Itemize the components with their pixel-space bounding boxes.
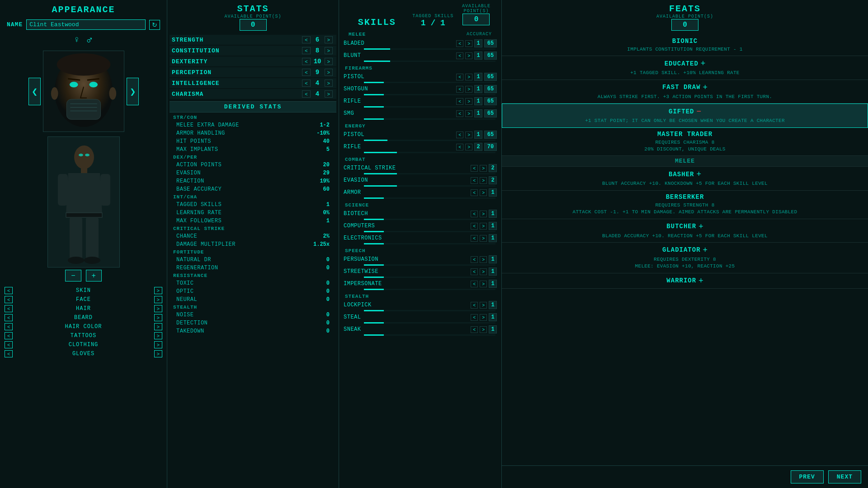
rifle-decrease-button[interactable]: < (456, 98, 463, 105)
perception-decrease-button[interactable]: < (302, 69, 310, 76)
next-button[interactable]: NEXT (828, 470, 861, 483)
steal-increase-button[interactable]: > (480, 314, 487, 321)
constitution-decrease-button[interactable]: < (302, 47, 310, 54)
persuasion-increase-button[interactable]: > (480, 256, 487, 263)
basher-add-button[interactable]: + (696, 169, 701, 179)
feat-gifted[interactable]: GIFTED − +1 STAT POINT; IT CAN ONLY BE C… (502, 103, 868, 127)
perception-increase-button[interactable]: > (325, 69, 333, 76)
strength-increase-button[interactable]: > (325, 36, 333, 43)
biotech-decrease-button[interactable]: < (471, 211, 478, 217)
face-next-button[interactable]: > (154, 296, 162, 303)
hair-next-button[interactable]: > (154, 305, 162, 312)
constitution-increase-button[interactable]: > (325, 47, 333, 54)
strength-decrease-button[interactable]: < (302, 36, 310, 43)
streetwise-decrease-button[interactable]: < (471, 268, 478, 275)
feat-butcher[interactable]: BUTCHER + BLADED ACCURACY +10. REACTION … (502, 219, 868, 243)
dexterity-decrease-button[interactable]: < (302, 58, 310, 65)
armor-decrease-button[interactable]: < (471, 189, 478, 196)
beard-prev-button[interactable]: < (5, 314, 13, 321)
refresh-button[interactable]: ↻ (149, 20, 160, 30)
biotech-increase-button[interactable]: > (480, 211, 487, 217)
haircolor-next-button[interactable]: > (154, 323, 162, 330)
toxic-value: 0 (307, 280, 330, 286)
feat-fast-draw[interactable]: FAST DRAW + ALWAYS STRIKE FIRST. +3 ACTI… (502, 80, 868, 103)
computers-increase-button[interactable]: > (480, 223, 487, 230)
feat-section-melee: MELEE (502, 156, 868, 167)
feat-gladiator[interactable]: GLADIATOR + REQUIRES DEXTERITY 8MELEE: E… (502, 243, 868, 273)
evasion-decrease-button[interactable]: < (471, 177, 478, 184)
warrior-add-button[interactable]: + (698, 276, 703, 286)
butcher-add-button[interactable]: + (698, 222, 703, 231)
intelligence-increase-button[interactable]: > (325, 80, 333, 87)
body-minus-button[interactable]: − (65, 270, 81, 282)
impersonate-increase-button[interactable]: > (480, 281, 487, 287)
fast-draw-add-button[interactable]: + (703, 83, 708, 92)
male-gender-icon[interactable]: ♂ (86, 34, 93, 46)
feat-warrior[interactable]: WARRIOR + (502, 273, 868, 289)
portrait-next-button[interactable]: ❯ (127, 78, 139, 105)
evasion-increase-button[interactable]: > (480, 177, 487, 184)
lockpick-decrease-button[interactable]: < (471, 302, 478, 309)
clothing-prev-button[interactable]: < (5, 341, 13, 348)
critical-strike-decrease-button[interactable]: < (471, 165, 478, 172)
name-input[interactable] (26, 19, 146, 30)
computers-decrease-button[interactable]: < (471, 223, 478, 230)
feat-basher-desc: BLUNT ACCURACY +10. KNOCKDOWN +5 FOR EAC… (509, 180, 861, 187)
intelligence-decrease-button[interactable]: < (302, 80, 310, 87)
smg-decrease-button[interactable]: < (456, 110, 463, 117)
shotgun-increase-button[interactable]: > (465, 86, 472, 93)
skin-next-button[interactable]: > (154, 287, 162, 294)
energy-rifle-decrease-button[interactable]: < (456, 144, 463, 150)
armor-increase-button[interactable]: > (480, 189, 487, 196)
streetwise-increase-button[interactable]: > (480, 268, 487, 275)
lockpick-increase-button[interactable]: > (480, 302, 487, 309)
steal-decrease-button[interactable]: < (471, 314, 478, 321)
portrait-prev-button[interactable]: ❮ (28, 78, 41, 105)
tattoos-prev-button[interactable]: < (5, 332, 13, 339)
bladed-increase-button[interactable]: > (465, 40, 472, 47)
sneak-increase-button[interactable]: > (480, 326, 487, 333)
sneak-decrease-button[interactable]: < (471, 326, 478, 333)
rifle-increase-button[interactable]: > (465, 98, 472, 105)
electronics-increase-button[interactable]: > (480, 235, 487, 242)
charisma-decrease-button[interactable]: < (302, 90, 310, 98)
charisma-increase-button[interactable]: > (325, 90, 333, 98)
lockpick-label: LOCKPICK (344, 302, 469, 308)
impersonate-decrease-button[interactable]: < (471, 281, 478, 287)
gloves-next-button[interactable]: > (154, 350, 162, 357)
educated-add-button[interactable]: + (701, 59, 706, 68)
feat-educated[interactable]: EDUCATED + +1 TAGGED SKILL. +10% LEARNIN… (502, 56, 868, 80)
tattoos-next-button[interactable]: > (154, 332, 162, 339)
gloves-prev-button[interactable]: < (5, 350, 13, 357)
full-body-area: − + (0, 134, 167, 284)
dexterity-increase-button[interactable]: > (325, 58, 333, 65)
energy-pistol-increase-button[interactable]: > (465, 131, 472, 138)
feat-basher[interactable]: BASHER + BLUNT ACCURACY +10. KNOCKDOWN +… (502, 167, 868, 190)
armor-handling-value: -10% (307, 130, 330, 136)
skill-armor-row: ARMOR < > 1 (341, 188, 499, 197)
firearms-pistol-increase-button[interactable]: > (465, 74, 472, 80)
body-plus-button[interactable]: + (86, 270, 102, 282)
electronics-decrease-button[interactable]: < (471, 235, 478, 242)
hair-prev-button[interactable]: < (5, 305, 13, 312)
female-gender-icon[interactable]: ♀ (74, 35, 80, 45)
beard-next-button[interactable]: > (154, 314, 162, 321)
blunt-increase-button[interactable]: > (465, 52, 472, 59)
skin-prev-button[interactable]: < (5, 287, 13, 294)
shotgun-decrease-button[interactable]: < (456, 86, 463, 93)
gladiator-add-button[interactable]: + (703, 245, 708, 255)
face-prev-button[interactable]: < (5, 296, 13, 303)
haircolor-prev-button[interactable]: < (5, 323, 13, 330)
energy-pistol-decrease-button[interactable]: < (456, 131, 463, 138)
persuasion-decrease-button[interactable]: < (471, 256, 478, 263)
firearms-pistol-decrease-button[interactable]: < (456, 74, 463, 80)
smg-increase-button[interactable]: > (465, 110, 472, 117)
bladed-decrease-button[interactable]: < (456, 40, 463, 47)
prev-button[interactable]: PREV (791, 470, 824, 483)
blunt-decrease-button[interactable]: < (456, 52, 463, 59)
evasion-skill-label: EVASION (344, 177, 469, 183)
critical-strike-increase-button[interactable]: > (480, 165, 487, 172)
clothing-next-button[interactable]: > (154, 341, 162, 348)
energy-rifle-increase-button[interactable]: > (465, 144, 472, 150)
gifted-remove-button[interactable]: − (696, 107, 701, 116)
